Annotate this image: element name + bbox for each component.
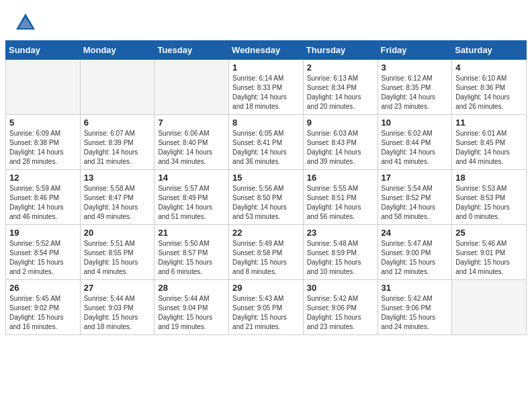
- calendar-cell: 1Sunrise: 6:14 AM Sunset: 8:33 PM Daylig…: [229, 60, 304, 115]
- weekday-header-thursday: Thursday: [303, 41, 378, 60]
- calendar-cell: 9Sunrise: 6:03 AM Sunset: 8:43 PM Daylig…: [303, 115, 378, 170]
- day-number: 9: [307, 118, 374, 128]
- day-number: 13: [84, 173, 151, 183]
- weekday-header-monday: Monday: [80, 41, 154, 60]
- day-info: Sunrise: 5:44 AM Sunset: 9:03 PM Dayligh…: [84, 294, 151, 332]
- calendar-cell: 6Sunrise: 6:07 AM Sunset: 8:39 PM Daylig…: [80, 115, 154, 170]
- weekday-header-tuesday: Tuesday: [154, 41, 229, 60]
- calendar-cell: 13Sunrise: 5:58 AM Sunset: 8:47 PM Dayli…: [80, 170, 154, 225]
- day-info: Sunrise: 6:12 AM Sunset: 8:35 PM Dayligh…: [382, 74, 449, 111]
- day-info: Sunrise: 5:48 AM Sunset: 8:59 PM Dayligh…: [307, 239, 374, 277]
- day-info: Sunrise: 5:56 AM Sunset: 8:50 PM Dayligh…: [232, 184, 300, 222]
- day-number: 30: [307, 283, 374, 293]
- weekday-header-sunday: Sunday: [6, 41, 81, 60]
- calendar-table: SundayMondayTuesdayWednesdayThursdayFrid…: [5, 40, 527, 335]
- day-info: Sunrise: 5:51 AM Sunset: 8:55 PM Dayligh…: [84, 239, 151, 277]
- day-info: Sunrise: 5:52 AM Sunset: 8:54 PM Dayligh…: [9, 239, 77, 277]
- day-info: Sunrise: 5:58 AM Sunset: 8:47 PM Dayligh…: [84, 184, 151, 222]
- calendar-cell: 24Sunrise: 5:47 AM Sunset: 9:00 PM Dayli…: [378, 225, 452, 280]
- day-info: Sunrise: 6:01 AM Sunset: 8:45 PM Dayligh…: [455, 129, 523, 167]
- calendar-week-row: 12Sunrise: 5:59 AM Sunset: 8:46 PM Dayli…: [6, 170, 527, 225]
- weekday-header-wednesday: Wednesday: [229, 41, 304, 60]
- day-number: 14: [158, 173, 225, 183]
- day-number: 7: [158, 118, 225, 128]
- day-info: Sunrise: 5:53 AM Sunset: 8:53 PM Dayligh…: [455, 184, 523, 222]
- calendar-cell: 12Sunrise: 5:59 AM Sunset: 8:46 PM Dayli…: [6, 170, 81, 225]
- calendar-cell: 18Sunrise: 5:53 AM Sunset: 8:53 PM Dayli…: [452, 170, 527, 225]
- day-number: 29: [232, 283, 300, 293]
- calendar-cell: 2Sunrise: 6:13 AM Sunset: 8:34 PM Daylig…: [303, 60, 378, 115]
- calendar-cell: 29Sunrise: 5:43 AM Sunset: 9:05 PM Dayli…: [229, 280, 304, 335]
- day-number: 15: [232, 173, 300, 183]
- calendar-cell: 22Sunrise: 5:49 AM Sunset: 8:58 PM Dayli…: [229, 225, 304, 280]
- day-number: 23: [307, 228, 374, 238]
- day-info: Sunrise: 6:05 AM Sunset: 8:41 PM Dayligh…: [232, 129, 300, 167]
- calendar-cell: 16Sunrise: 5:55 AM Sunset: 8:51 PM Dayli…: [303, 170, 378, 225]
- calendar-cell: 23Sunrise: 5:48 AM Sunset: 8:59 PM Dayli…: [303, 225, 378, 280]
- weekday-header-saturday: Saturday: [452, 41, 527, 60]
- day-number: 19: [9, 228, 77, 238]
- calendar-cell: 20Sunrise: 5:51 AM Sunset: 8:55 PM Dayli…: [80, 225, 154, 280]
- day-number: 25: [455, 228, 523, 238]
- calendar-cell: 27Sunrise: 5:44 AM Sunset: 9:03 PM Dayli…: [80, 280, 154, 335]
- logo: [13, 11, 40, 35]
- calendar-cell: 17Sunrise: 5:54 AM Sunset: 8:52 PM Dayli…: [378, 170, 452, 225]
- day-info: Sunrise: 5:49 AM Sunset: 8:58 PM Dayligh…: [232, 239, 300, 277]
- calendar-cell: 5Sunrise: 6:09 AM Sunset: 8:38 PM Daylig…: [6, 115, 81, 170]
- day-info: Sunrise: 5:55 AM Sunset: 8:51 PM Dayligh…: [307, 184, 374, 222]
- day-info: Sunrise: 6:14 AM Sunset: 8:33 PM Dayligh…: [232, 74, 300, 111]
- calendar-cell: 4Sunrise: 6:10 AM Sunset: 8:36 PM Daylig…: [452, 60, 527, 115]
- day-number: 5: [9, 118, 77, 128]
- day-info: Sunrise: 5:54 AM Sunset: 8:52 PM Dayligh…: [382, 184, 449, 222]
- day-number: 27: [84, 283, 151, 293]
- calendar-cell: 15Sunrise: 5:56 AM Sunset: 8:50 PM Dayli…: [229, 170, 304, 225]
- calendar-cell: 21Sunrise: 5:50 AM Sunset: 8:57 PM Dayli…: [154, 225, 229, 280]
- day-number: 4: [455, 62, 523, 73]
- weekday-row: SundayMondayTuesdayWednesdayThursdayFrid…: [6, 41, 527, 60]
- day-info: Sunrise: 5:57 AM Sunset: 8:49 PM Dayligh…: [158, 184, 225, 222]
- calendar-header: SundayMondayTuesdayWednesdayThursdayFrid…: [6, 41, 527, 60]
- day-number: 21: [158, 228, 225, 238]
- day-info: Sunrise: 5:42 AM Sunset: 9:06 PM Dayligh…: [307, 294, 374, 332]
- day-info: Sunrise: 6:13 AM Sunset: 8:34 PM Dayligh…: [307, 74, 374, 111]
- calendar-cell: 19Sunrise: 5:52 AM Sunset: 8:54 PM Dayli…: [6, 225, 81, 280]
- calendar-body: 1Sunrise: 6:14 AM Sunset: 8:33 PM Daylig…: [6, 60, 527, 335]
- day-number: 18: [455, 173, 523, 183]
- calendar-cell: 14Sunrise: 5:57 AM Sunset: 8:49 PM Dayli…: [154, 170, 229, 225]
- day-number: 2: [307, 62, 374, 73]
- day-number: 8: [232, 118, 300, 128]
- day-info: Sunrise: 5:45 AM Sunset: 9:02 PM Dayligh…: [9, 294, 77, 332]
- day-info: Sunrise: 5:47 AM Sunset: 9:00 PM Dayligh…: [382, 239, 449, 277]
- day-number: 24: [382, 228, 449, 238]
- day-info: Sunrise: 6:03 AM Sunset: 8:43 PM Dayligh…: [307, 129, 374, 167]
- weekday-header-friday: Friday: [378, 41, 452, 60]
- calendar-cell: 3Sunrise: 6:12 AM Sunset: 8:35 PM Daylig…: [378, 60, 452, 115]
- day-number: 22: [232, 228, 300, 238]
- calendar-cell: 10Sunrise: 6:02 AM Sunset: 8:44 PM Dayli…: [378, 115, 452, 170]
- calendar-cell: [452, 280, 527, 335]
- calendar-week-row: 1Sunrise: 6:14 AM Sunset: 8:33 PM Daylig…: [6, 60, 527, 115]
- day-info: Sunrise: 6:07 AM Sunset: 8:39 PM Dayligh…: [84, 129, 151, 167]
- calendar-cell: [154, 60, 229, 115]
- day-number: 28: [158, 283, 225, 293]
- day-number: 26: [9, 283, 77, 293]
- day-number: 17: [382, 173, 449, 183]
- calendar-cell: 7Sunrise: 6:06 AM Sunset: 8:40 PM Daylig…: [154, 115, 229, 170]
- calendar-cell: 8Sunrise: 6:05 AM Sunset: 8:41 PM Daylig…: [229, 115, 304, 170]
- calendar-cell: 28Sunrise: 5:44 AM Sunset: 9:04 PM Dayli…: [154, 280, 229, 335]
- calendar-week-row: 19Sunrise: 5:52 AM Sunset: 8:54 PM Dayli…: [6, 225, 527, 280]
- day-number: 12: [9, 173, 77, 183]
- day-number: 10: [382, 118, 449, 128]
- calendar-cell: 26Sunrise: 5:45 AM Sunset: 9:02 PM Dayli…: [6, 280, 81, 335]
- day-number: 11: [455, 118, 523, 128]
- calendar-cell: [80, 60, 154, 115]
- day-number: 20: [84, 228, 151, 238]
- calendar-cell: 30Sunrise: 5:42 AM Sunset: 9:06 PM Dayli…: [303, 280, 378, 335]
- day-info: Sunrise: 5:46 AM Sunset: 9:01 PM Dayligh…: [455, 239, 523, 277]
- day-number: 3: [382, 62, 449, 73]
- calendar-cell: 25Sunrise: 5:46 AM Sunset: 9:01 PM Dayli…: [452, 225, 527, 280]
- day-info: Sunrise: 5:59 AM Sunset: 8:46 PM Dayligh…: [9, 184, 77, 222]
- day-number: 31: [382, 283, 449, 293]
- calendar-cell: 11Sunrise: 6:01 AM Sunset: 8:45 PM Dayli…: [452, 115, 527, 170]
- calendar-cell: 31Sunrise: 5:42 AM Sunset: 9:06 PM Dayli…: [378, 280, 452, 335]
